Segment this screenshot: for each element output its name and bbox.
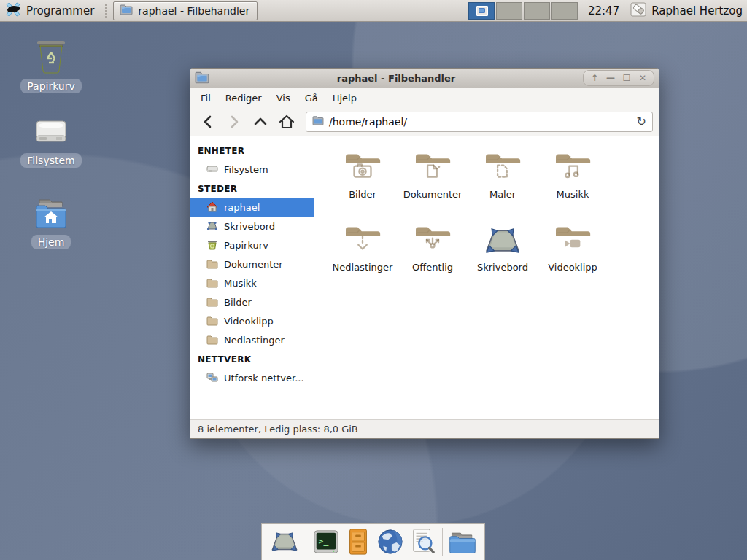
workspace-4[interactable] bbox=[551, 2, 578, 20]
file-item-bilder[interactable]: Bilder bbox=[328, 148, 398, 219]
user-badge-icon bbox=[630, 1, 647, 20]
files-view[interactable]: Bilder Dokumenter Maler bbox=[314, 136, 659, 419]
top-panel: Programmer raphael - Filbehandler 22:47 bbox=[0, 0, 747, 22]
up-button[interactable] bbox=[249, 111, 272, 133]
file-cabinet-button[interactable] bbox=[346, 526, 371, 557]
folder-pictures-icon bbox=[342, 151, 383, 184]
file-label: Bilder bbox=[349, 189, 376, 200]
file-manager-window: raphael - Filbehandler ↑ — ☐ ✕ Fil Redig… bbox=[190, 68, 659, 439]
sidebar-item-label: Nedlastinger bbox=[224, 335, 285, 346]
sidebar-item-filsystem[interactable]: Filsystem bbox=[190, 160, 314, 179]
terminal-icon: >_ bbox=[312, 529, 340, 555]
terminal-button[interactable]: >_ bbox=[312, 526, 340, 557]
sidebar-item-network[interactable]: Utforsk nettver... bbox=[190, 368, 314, 387]
file-manager-icon bbox=[448, 529, 477, 555]
menu-ga[interactable]: Gå bbox=[298, 90, 325, 106]
document-search-icon bbox=[410, 528, 436, 556]
sidebar-header-network: NETTVERK bbox=[190, 349, 314, 368]
path-input[interactable]: /home/raphael/ bbox=[329, 116, 632, 128]
sidebar-item-dokumenter[interactable]: Dokumenter bbox=[190, 254, 314, 273]
maximize-button[interactable]: ☐ bbox=[620, 72, 633, 84]
window-controls: ↑ — ☐ ✕ bbox=[583, 70, 654, 86]
folder-icon bbox=[206, 296, 218, 308]
files-grid: Bilder Dokumenter Maler bbox=[328, 148, 656, 292]
trash-icon bbox=[15, 36, 88, 74]
file-item-musikk[interactable]: Musikk bbox=[538, 148, 608, 219]
workspace-3[interactable] bbox=[524, 2, 550, 20]
desktop-icon-filesystem[interactable]: Filsystem bbox=[15, 115, 88, 168]
sidebar-item-label: raphael bbox=[224, 202, 260, 213]
sidebar: ENHETER Filsystem STEDER raphael Skriveb… bbox=[190, 136, 314, 419]
window-title: raphael - Filbehandler bbox=[209, 73, 583, 84]
sidebar-item-videoklipp[interactable]: Videoklipp bbox=[190, 311, 314, 330]
file-item-maler[interactable]: Maler bbox=[468, 148, 538, 219]
harddrive-icon bbox=[206, 163, 218, 175]
close-button[interactable]: ✕ bbox=[636, 72, 649, 84]
sidebar-item-skrivebord[interactable]: Skrivebord bbox=[190, 217, 314, 236]
sidebar-item-label: Papirkurv bbox=[224, 240, 268, 251]
file-cabinet-icon bbox=[346, 528, 371, 556]
sidebar-item-nedlastinger[interactable]: Nedlastinger bbox=[190, 330, 314, 349]
file-item-skrivebord[interactable]: Skrivebord bbox=[468, 221, 538, 292]
folder-public-icon bbox=[412, 224, 453, 257]
sidebar-header-places: STEDER bbox=[190, 179, 314, 198]
dock-separator bbox=[442, 528, 443, 556]
user-menu[interactable]: Raphael Hertzog bbox=[630, 1, 743, 20]
menu-vis[interactable]: Vis bbox=[269, 90, 298, 106]
xfce-mouse-logo-icon bbox=[4, 1, 22, 20]
sidebar-item-papirkurv[interactable]: Papirkurv bbox=[190, 236, 314, 254]
menu-hjelp[interactable]: Hjelp bbox=[325, 90, 364, 106]
sidebar-item-bilder[interactable]: Bilder bbox=[190, 292, 314, 311]
menu-rediger[interactable]: Rediger bbox=[218, 90, 269, 106]
titlebar[interactable]: raphael - Filbehandler ↑ — ☐ ✕ bbox=[190, 69, 659, 88]
folder-documents-icon bbox=[412, 151, 453, 184]
sidebar-item-raphael[interactable]: raphael bbox=[190, 198, 314, 217]
file-item-offentlig[interactable]: Offentlig bbox=[398, 221, 468, 292]
web-browser-button[interactable] bbox=[376, 526, 404, 557]
sidebar-item-label: Musikk bbox=[224, 278, 257, 289]
reload-icon[interactable]: ↻ bbox=[637, 116, 646, 128]
minimize-button[interactable]: — bbox=[604, 72, 617, 84]
file-item-nedlastinger[interactable]: Nedlastinger bbox=[328, 221, 398, 292]
toolbar: /home/raphael/ ↻ bbox=[190, 107, 659, 136]
menu-fil[interactable]: Fil bbox=[193, 90, 218, 106]
window-folder-icon bbox=[120, 4, 133, 18]
taskbar-window-label: raphael - Filbehandler bbox=[138, 5, 249, 17]
panel-separator bbox=[104, 4, 107, 18]
shade-button[interactable]: ↑ bbox=[588, 72, 601, 84]
desktop-icon-label: Papirkurv bbox=[20, 79, 82, 93]
taskbar-window-button[interactable]: raphael - Filbehandler bbox=[113, 1, 258, 20]
document-search-button[interactable] bbox=[410, 526, 436, 557]
home-button[interactable] bbox=[275, 111, 298, 133]
forward-button[interactable] bbox=[222, 111, 246, 133]
file-label: Offentlig bbox=[412, 262, 453, 273]
harddrive-icon bbox=[15, 115, 88, 149]
folder-videos-icon bbox=[552, 224, 593, 257]
folder-music-icon bbox=[552, 151, 593, 184]
desktop-icon-home[interactable]: Hjem bbox=[15, 195, 88, 249]
workspace-switcher bbox=[468, 2, 578, 20]
desktop-icon-label: Hjem bbox=[31, 235, 71, 249]
file-item-dokumenter[interactable]: Dokumenter bbox=[398, 148, 468, 219]
file-item-videoklipp[interactable]: Videoklipp bbox=[538, 221, 608, 292]
sidebar-item-musikk[interactable]: Musikk bbox=[190, 273, 314, 292]
file-manager-button[interactable] bbox=[448, 526, 477, 557]
file-label: Videoklipp bbox=[548, 262, 597, 273]
clock[interactable]: 22:47 bbox=[588, 4, 619, 18]
trash-icon bbox=[206, 239, 218, 251]
network-icon bbox=[206, 372, 218, 384]
file-label: Musikk bbox=[557, 189, 589, 200]
workspace-1[interactable] bbox=[468, 2, 495, 20]
applications-menu-button[interactable]: Programmer bbox=[3, 0, 98, 22]
workspace-2[interactable] bbox=[496, 2, 522, 20]
folder-icon bbox=[206, 315, 218, 327]
path-bar[interactable]: /home/raphael/ ↻ bbox=[306, 112, 653, 132]
back-button[interactable] bbox=[196, 111, 220, 133]
menubar: Fil Rediger Vis Gå Hjelp bbox=[190, 88, 659, 107]
folder-icon bbox=[206, 334, 218, 346]
globe-icon bbox=[376, 528, 404, 556]
status-bar: 8 ielementer, Ledig plass: 8,0 GiB bbox=[190, 419, 659, 438]
desktop-icon-trash[interactable]: Papirkurv bbox=[15, 36, 88, 93]
dock-separator bbox=[306, 528, 306, 556]
show-desktop-button[interactable] bbox=[269, 526, 300, 557]
